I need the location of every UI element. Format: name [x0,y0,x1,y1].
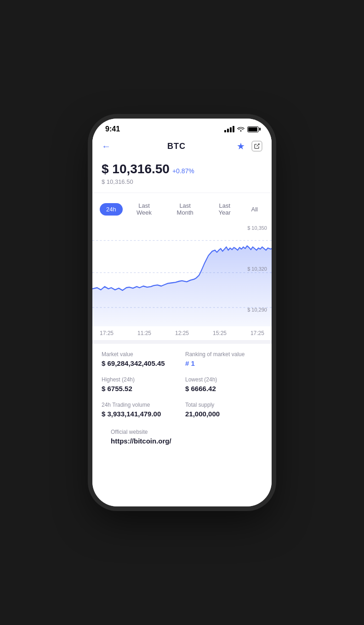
tab-all[interactable]: All [245,203,264,216]
stat-market-value: Market value $ 69,284,342,405.45 [102,351,179,367]
total-supply-label: Total supply [185,402,262,408]
ranking-value: # 1 [185,359,262,367]
tab-24h[interactable]: 24h [100,203,123,216]
app-content: ← BTC ★ $ 10,316.50 +0.87% $ 10,316.50 [92,135,272,506]
tab-last-week[interactable]: Last Week [125,199,163,219]
website-link[interactable]: https://bitcoin.org/ [111,437,253,445]
status-icons [224,125,259,133]
stat-total-supply: Total supply 21,000,000 [185,402,262,418]
nav-actions: ★ [237,141,262,152]
time-label-1: 17:25 [100,330,114,336]
highest-label: Highest (24h) [102,376,179,383]
price-main: $ 10,316.50 +0.87% [102,162,262,176]
ranking-label: Ranking of market value [185,351,262,358]
price-label-mid: $ 10,320 [247,266,267,272]
stat-row-1: Market value $ 69,284,342,405.45 Ranking… [102,351,262,367]
price-chart [92,230,272,326]
website-label: Official website [111,429,253,435]
status-time: 9:41 [105,125,120,133]
trading-volume-label: 24h Trading volume [102,402,179,408]
stat-trading-volume: 24h Trading volume $ 3,933,141,479.00 [102,402,179,418]
stat-row-3: 24h Trading volume $ 3,933,141,479.00 To… [102,402,262,418]
total-supply-value: 21,000,000 [185,410,262,418]
highest-value: $ 6755.52 [102,385,179,392]
time-label-4: 15:25 [213,330,227,336]
time-label-5: 17:25 [250,330,264,336]
chart-area: $ 10,350 $ 10,320 $ 10,290 [92,225,272,326]
stat-ranking: Ranking of market value # 1 [185,351,262,367]
tab-last-year[interactable]: Last Year [207,199,242,219]
time-tabs: 24h Last Week Last Month Last Year All [92,193,272,225]
share-icon [254,143,260,149]
time-label-3: 12:25 [175,330,189,336]
status-bar: 9:41 [92,119,272,135]
stat-lowest: Lowest (24h) $ 6666.42 [185,376,262,392]
stat-highest: Highest (24h) $ 6755.52 [102,376,179,392]
chart-price-labels: $ 10,350 $ 10,320 $ 10,290 [247,225,267,312]
lowest-value: $ 6666.42 [185,385,262,392]
page-title: BTC [167,142,186,151]
price-label-low: $ 10,290 [247,307,267,312]
stats-section: Market value $ 69,284,342,405.45 Ranking… [92,344,272,461]
stat-row-2: Highest (24h) $ 6755.52 Lowest (24h) $ 6… [102,376,262,392]
time-labels: 17:25 11:25 12:25 15:25 17:25 [92,326,272,340]
back-button[interactable]: ← [102,141,116,152]
website-section: Official website https://bitcoin.org/ [102,427,262,454]
price-value: $ 10,316.50 [102,162,170,176]
battery-icon [247,126,259,132]
chart-svg-wrapper [92,230,272,326]
stats-divider [92,340,272,344]
time-label-2: 11:25 [137,330,151,336]
tab-last-month[interactable]: Last Month [165,199,205,219]
signal-icon [224,126,234,132]
price-sub: $ 10,316.50 [102,178,262,185]
price-section: $ 10,316.50 +0.87% $ 10,316.50 [92,157,272,193]
favorite-icon[interactable]: ★ [237,141,245,152]
market-value-label: Market value [102,351,179,358]
price-label-high: $ 10,350 [247,225,267,231]
price-change: +0.87% [172,167,194,175]
trading-volume-value: $ 3,933,141,479.00 [102,410,179,418]
lowest-label: Lowest (24h) [185,376,262,383]
nav-bar: ← BTC ★ [92,135,272,157]
wifi-icon [237,125,245,133]
market-value-value: $ 69,284,342,405.45 [102,359,179,367]
chart-section: 24h Last Week Last Month Last Year All $… [92,193,272,340]
share-button[interactable] [251,141,262,152]
